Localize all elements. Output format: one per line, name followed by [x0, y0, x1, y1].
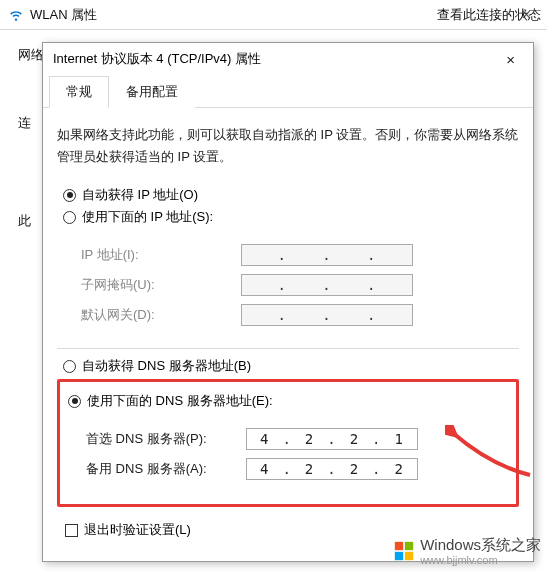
dialog-title: Internet 协议版本 4 (TCP/IPv4) 属性 — [53, 50, 498, 68]
primary-dns-label: 首选 DNS 服务器(P): — [86, 430, 246, 448]
svg-rect-0 — [395, 542, 403, 550]
divider — [57, 348, 519, 349]
ipv4-properties-dialog: Internet 协议版本 4 (TCP/IPv4) 属性 × 常规 备用配置 … — [42, 42, 534, 562]
tab-alternate[interactable]: 备用配置 — [109, 76, 195, 108]
radio-dns-auto[interactable]: 自动获得 DNS 服务器地址(B) — [63, 357, 519, 375]
radio-ip-auto[interactable]: 自动获得 IP 地址(O) — [63, 186, 519, 204]
validate-label: 退出时验证设置(L) — [84, 521, 191, 539]
dns-fields: 首选 DNS 服务器(P): 4. 2. 2. 1 备用 DNS 服务器(A):… — [62, 414, 514, 494]
svg-rect-2 — [395, 552, 403, 560]
radio-dns-manual[interactable]: 使用下面的 DNS 服务器地址(E): — [68, 392, 514, 410]
radio-icon — [68, 395, 81, 408]
gateway-label: 默认网关(D): — [81, 306, 241, 324]
wlan-icon — [8, 7, 24, 23]
tab-strip: 常规 备用配置 — [43, 75, 533, 108]
subnet-mask-input: ... — [241, 274, 413, 296]
svg-rect-3 — [405, 552, 413, 560]
close-icon[interactable]: × — [498, 49, 523, 70]
radio-ip-manual-label: 使用下面的 IP 地址(S): — [82, 208, 213, 226]
radio-ip-auto-label: 自动获得 IP 地址(O) — [82, 186, 198, 204]
windows-logo-icon — [394, 541, 414, 561]
tab-general[interactable]: 常规 — [49, 76, 109, 108]
subnet-mask-label: 子网掩码(U): — [81, 276, 241, 294]
ip-address-label: IP 地址(I): — [81, 246, 241, 264]
alt-dns-label: 备用 DNS 服务器(A): — [86, 460, 246, 478]
radio-icon — [63, 189, 76, 202]
ip-address-input: ... — [241, 244, 413, 266]
checkbox-icon — [65, 524, 78, 537]
alt-dns-input[interactable]: 4. 2. 2. 2 — [246, 458, 418, 480]
view-status-link[interactable]: 查看此连接的状态 — [437, 6, 541, 24]
radio-ip-manual[interactable]: 使用下面的 IP 地址(S): — [63, 208, 519, 226]
radio-dns-manual-label: 使用下面的 DNS 服务器地址(E): — [87, 392, 273, 410]
highlight-annotation: 使用下面的 DNS 服务器地址(E): 首选 DNS 服务器(P): 4. 2.… — [57, 379, 519, 507]
dialog-content: 如果网络支持此功能，则可以获取自动指派的 IP 设置。否则，你需要从网络系统管理… — [43, 108, 533, 549]
dialog-titlebar: Internet 协议版本 4 (TCP/IPv4) 属性 × — [43, 43, 533, 75]
radio-icon — [63, 360, 76, 373]
watermark-text: Windows系统之家 www.bjjmlv.com — [420, 536, 541, 566]
watermark: Windows系统之家 www.bjjmlv.com — [394, 536, 541, 566]
outer-window: WLAN 属性 × 查看此连接的状态 网络 连 此 Internet 协议版本 … — [0, 0, 547, 572]
radio-dns-auto-label: 自动获得 DNS 服务器地址(B) — [82, 357, 251, 375]
ip-fields: IP 地址(I): ... 子网掩码(U): ... 默认网关(D): ... — [57, 230, 519, 340]
radio-icon — [63, 211, 76, 224]
primary-dns-input[interactable]: 4. 2. 2. 1 — [246, 428, 418, 450]
gateway-input: ... — [241, 304, 413, 326]
description-text: 如果网络支持此功能，则可以获取自动指派的 IP 设置。否则，你需要从网络系统管理… — [57, 124, 519, 168]
svg-rect-1 — [405, 542, 413, 550]
